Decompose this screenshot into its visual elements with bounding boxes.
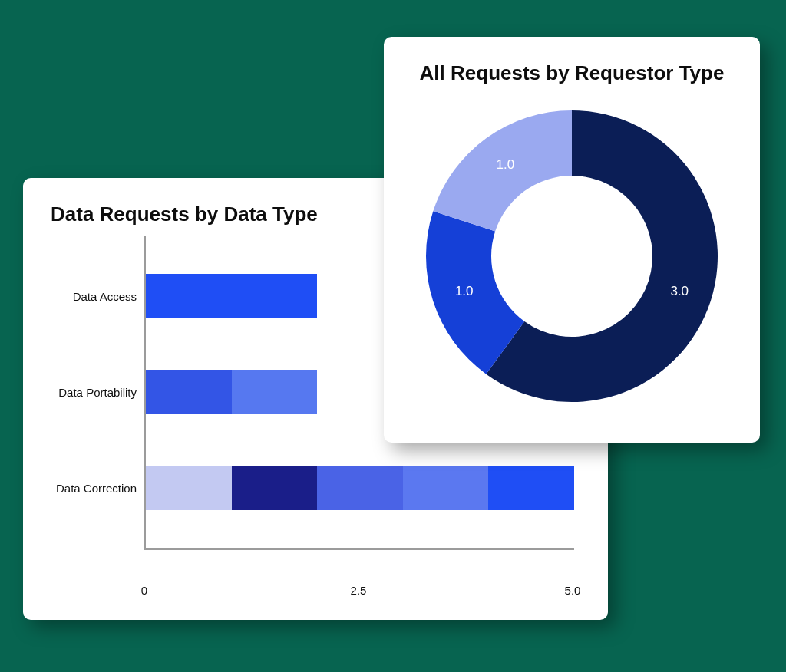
donut-chart: 3.01.01.0 xyxy=(422,107,722,406)
bar-category-label: Data Portability xyxy=(45,386,146,399)
bar-segment xyxy=(146,466,232,510)
bar-category-label: Data Access xyxy=(45,290,146,303)
bar-segment xyxy=(317,466,403,510)
bar-segment xyxy=(146,370,232,414)
bar-row xyxy=(146,370,317,414)
bar-segment xyxy=(232,466,318,510)
bar-row xyxy=(146,274,317,318)
stage: Data Requests by Data Type Data AccessDa… xyxy=(0,0,786,672)
donut-svg xyxy=(422,107,722,406)
x-tick-label: 0 xyxy=(141,584,147,597)
bar-row xyxy=(146,466,574,510)
donut-chart-title: All Requests by Requestor Type xyxy=(405,61,738,85)
bar-segment xyxy=(488,466,574,510)
bar-category-label: Data Correction xyxy=(45,482,146,495)
donut-slice xyxy=(433,110,572,232)
bar-segment xyxy=(403,466,489,510)
bar-segment xyxy=(232,370,318,414)
x-tick-label: 5.0 xyxy=(565,584,581,597)
bar-x-axis: 02.55.0 xyxy=(144,584,574,602)
x-tick-label: 2.5 xyxy=(351,584,367,597)
donut-chart-card: All Requests by Requestor Type 3.01.01.0 xyxy=(384,37,760,443)
bar-segment xyxy=(146,274,317,318)
